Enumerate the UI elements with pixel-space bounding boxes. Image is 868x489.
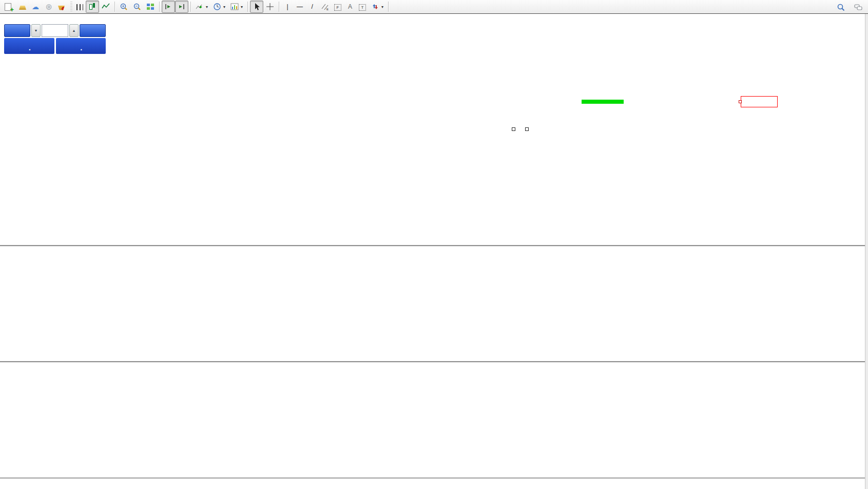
chart-plot-area[interactable] xyxy=(0,14,868,489)
buy-button[interactable] xyxy=(80,24,106,37)
chart-shift-icon xyxy=(178,3,186,11)
auto-trading-button[interactable] xyxy=(55,1,69,13)
main-toolbar: ☁ ◎ ▾ ▾ ▾ | — / xyxy=(0,0,868,14)
crosshair-icon xyxy=(266,3,274,11)
deposit-button[interactable] xyxy=(16,1,29,13)
trendline-icon: / xyxy=(308,3,316,10)
text-tool-button[interactable]: A xyxy=(344,1,356,13)
sell-price-dot: . xyxy=(29,42,31,53)
candlestick-mode-button[interactable] xyxy=(86,1,99,13)
cursor-icon xyxy=(253,3,261,11)
cloud-icon: ☁ xyxy=(31,3,40,11)
candlestick-icon xyxy=(88,3,97,11)
channel-icon: E xyxy=(321,3,329,11)
arrows-tool-button[interactable]: ▾ xyxy=(369,1,386,13)
auto-trading-icon xyxy=(58,5,65,10)
new-order-icon xyxy=(5,3,11,11)
tile-windows-button[interactable] xyxy=(144,1,157,13)
pane-separator[interactable] xyxy=(0,361,868,362)
label-icon: T xyxy=(359,4,366,11)
templates-button[interactable]: ▾ xyxy=(228,1,245,13)
dropdown-caret-icon: ▾ xyxy=(381,5,383,9)
pivot-highlight-segment[interactable] xyxy=(582,100,624,104)
svg-text:E: E xyxy=(326,8,329,11)
search-icon xyxy=(837,3,845,11)
chart-shift-button[interactable] xyxy=(175,1,188,13)
dropdown-caret-icon: ▾ xyxy=(223,5,225,9)
zoom-in-button[interactable] xyxy=(117,1,130,13)
dropdown-caret-icon: ▾ xyxy=(241,5,243,9)
new-order-button[interactable] xyxy=(2,1,16,13)
channel-tool-button[interactable]: E xyxy=(318,1,332,13)
sell-button[interactable] xyxy=(4,24,30,37)
dropdown-caret-icon: ▾ xyxy=(206,5,208,9)
sell-price-display[interactable]: . xyxy=(4,38,54,54)
signal-icon: ◎ xyxy=(45,3,53,11)
volume-increase-button[interactable]: ▲ xyxy=(69,24,79,37)
fibonacci-tool-button[interactable]: F xyxy=(332,1,344,13)
bar-chart-mode-button[interactable] xyxy=(74,1,86,13)
zoom-in-icon xyxy=(120,3,128,11)
chart-window: ▼ ▲ . . xyxy=(0,14,868,489)
axis-bottom-line xyxy=(0,478,868,478)
signals-button[interactable]: ◎ xyxy=(42,1,55,13)
vertical-line-tool-button[interactable]: | xyxy=(281,1,294,13)
clock-icon xyxy=(213,3,221,11)
indicators-button[interactable]: ▾ xyxy=(193,1,210,13)
toolbar-grip xyxy=(70,2,72,12)
line-handle[interactable] xyxy=(525,127,529,131)
template-icon xyxy=(230,3,239,11)
line-handle[interactable] xyxy=(512,127,515,131)
chat-button[interactable] xyxy=(852,1,865,13)
zoom-out-icon xyxy=(133,3,141,11)
line-chart-icon xyxy=(102,3,110,11)
toolbar-separator xyxy=(279,2,279,12)
pivot-price-callout[interactable] xyxy=(741,96,778,107)
search-button[interactable] xyxy=(834,1,847,13)
vertical-line-icon: | xyxy=(284,3,291,10)
auto-scroll-icon xyxy=(164,3,172,11)
community-button[interactable]: ☁ xyxy=(29,1,42,13)
auto-scroll-button[interactable] xyxy=(162,1,175,13)
toolbar-separator xyxy=(388,2,389,12)
horizontal-line-icon: — xyxy=(296,3,303,10)
gold-icon xyxy=(19,6,26,10)
chat-icon xyxy=(854,3,862,11)
trendline-tool-button[interactable]: / xyxy=(306,1,318,13)
periods-button[interactable]: ▾ xyxy=(210,1,228,13)
right-scrollbar[interactable] xyxy=(865,14,868,489)
horizontal-line-tool-button[interactable]: — xyxy=(294,1,306,13)
tile-windows-icon xyxy=(146,3,155,11)
cursor-tool-button[interactable] xyxy=(250,1,263,13)
pane-separator[interactable] xyxy=(0,245,868,246)
toolbar-separator xyxy=(159,2,160,12)
volume-decrease-button[interactable]: ▼ xyxy=(31,24,41,37)
toolbar-separator xyxy=(114,2,115,12)
indicators-icon xyxy=(196,3,204,11)
buy-price-dot: . xyxy=(80,42,82,53)
one-click-trade-panel: ▼ ▲ . . xyxy=(4,24,106,54)
buy-price-display[interactable]: . xyxy=(56,38,106,54)
volume-input[interactable] xyxy=(42,24,68,37)
label-tool-button[interactable]: T xyxy=(356,1,369,13)
zoom-out-button[interactable] xyxy=(130,1,144,13)
crosshair-tool-button[interactable] xyxy=(263,1,277,13)
arrows-icon xyxy=(371,3,379,11)
text-icon: A xyxy=(346,3,354,10)
toolbar-separator xyxy=(247,2,248,12)
ohlc-bars-icon xyxy=(76,4,83,10)
fibonacci-icon: F xyxy=(334,4,341,11)
toolbar-separator xyxy=(190,2,191,12)
line-chart-mode-button[interactable] xyxy=(99,1,112,13)
